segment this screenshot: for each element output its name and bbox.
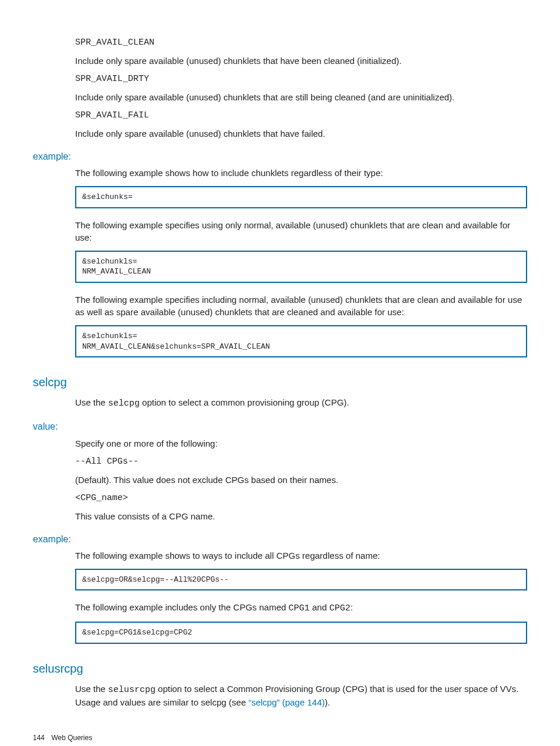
selcpg-v2: --All CPGs-- — [75, 455, 527, 468]
desc-spr-avail-fail: Include only spare available (unused) ch… — [75, 127, 527, 140]
selcpg-ex-p2: The following example includes only the … — [75, 601, 527, 615]
selcpg-ex-p2end: : — [350, 602, 353, 612]
selcpg-p1code: selcpg — [108, 399, 140, 409]
example1-box2: &selchunkls= NRM_AVAIL_CLEAN — [75, 251, 527, 283]
code-spr-avail-drty: SPR_AVAIL_DRTY — [75, 73, 527, 85]
example-heading-2: example: — [33, 533, 527, 546]
selusrcpg-p1a: Use the — [75, 684, 108, 694]
code-spr-avail-fail: SPR_AVAIL_FAIL — [75, 109, 527, 121]
selcpg-ex-p2a: The following example includes only the … — [75, 602, 289, 612]
selcpg-ex-p2mid: and — [310, 602, 329, 612]
example1-box1: &selchunks= — [75, 186, 527, 208]
example-heading-1: example: — [33, 150, 527, 163]
example1-p1: The following example shows how to inclu… — [75, 167, 527, 179]
selcpg-v1: Specify one or more of the following: — [75, 437, 527, 450]
selusrcpg-p1: Use the selusrcpg option to select a Com… — [75, 683, 527, 708]
selcpg-p1b: option to select a common provisioning g… — [140, 397, 349, 407]
selcpg-v4: <CPG_name> — [75, 492, 527, 504]
selcpg-cpg1: CPG1 — [289, 603, 310, 613]
page-footer: 144 Web Queries — [33, 733, 527, 743]
page-number: 144 — [33, 734, 45, 742]
desc-spr-avail-clean: Include only spare available (unused) ch… — [75, 55, 527, 67]
selusrcpg-p1code: selusrcpg — [108, 685, 156, 695]
value-heading: value: — [33, 420, 527, 433]
selcpg-link[interactable]: “selcpg” (page 144) — [248, 697, 325, 707]
footer-label: Web Queries — [51, 734, 92, 742]
example1-p2: The following example specifies using on… — [75, 219, 527, 244]
selcpg-cpg2: CPG2 — [329, 603, 350, 613]
desc-spr-avail-drty: Include only spare available (unused) ch… — [75, 91, 527, 103]
selcpg-p1a: Use the — [75, 397, 108, 407]
selcpg-v5: This value consists of a CPG name. — [75, 510, 527, 522]
selcpg-ex-p1: The following example shows to ways to i… — [75, 549, 527, 562]
selusrcpg-title: selusrcpg — [33, 660, 527, 677]
selcpg-intro: Use the selcpg option to select a common… — [75, 396, 527, 410]
example1-p3: The following example specifies includin… — [75, 293, 527, 318]
code-spr-avail-clean: SPR_AVAIL_CLEAN — [75, 36, 527, 49]
selcpg-ex-box1: &selcpg=OR&selcpg=--All%20CPGs-- — [75, 569, 527, 591]
selusrcpg-p1c: ). — [325, 697, 330, 707]
selcpg-ex-box2: &selcpg=CPG1&selcpg=CPG2 — [75, 622, 527, 644]
example1-box3: &selchunkls= NRM_AVAIL_CLEAN&selchunks=S… — [75, 325, 527, 357]
selcpg-v3: (Default). This value does not exclude C… — [75, 474, 527, 486]
selcpg-title: selcpg — [33, 374, 527, 390]
